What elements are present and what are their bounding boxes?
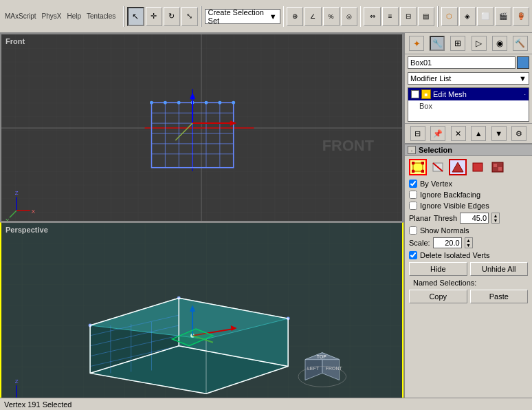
menu-help[interactable]: Help bbox=[65, 12, 83, 20]
polygon-sel-icon bbox=[471, 161, 485, 173]
scale-row: Scale: ▲ ▼ bbox=[405, 236, 532, 250]
svg-rect-86 bbox=[494, 164, 497, 167]
polygon-sel-btn[interactable] bbox=[469, 159, 487, 175]
menu-tentacles[interactable]: Tentacles bbox=[85, 12, 118, 20]
scale-input[interactable] bbox=[433, 237, 462, 248]
thresh-spin-down[interactable]: ▼ bbox=[492, 218, 499, 223]
render3-btn[interactable]: ⬜ bbox=[477, 7, 494, 26]
move-btn[interactable]: ✛ bbox=[146, 7, 162, 26]
funnel-icon: ⊟ bbox=[414, 129, 421, 138]
planar-thresh-row: Planar Thresh ▲ ▼ bbox=[405, 211, 532, 225]
modifier-funnel-btn[interactable]: ⊟ bbox=[410, 126, 425, 141]
align2-icon: ⊟ bbox=[406, 12, 411, 20]
select-btn[interactable]: ↖ bbox=[127, 7, 144, 26]
modifier-color-icon: ■ bbox=[421, 89, 431, 99]
modifier-move-down-btn[interactable]: ▼ bbox=[491, 126, 507, 141]
modifier-eye-icon[interactable] bbox=[411, 90, 419, 98]
menu-physx[interactable]: PhysX bbox=[40, 12, 64, 20]
selection-section-header: - Selection bbox=[405, 144, 532, 156]
dropdown-arrow-icon: ▼ bbox=[269, 12, 277, 21]
svg-rect-76 bbox=[413, 163, 423, 171]
align2-btn[interactable]: ⊟ bbox=[400, 7, 417, 26]
selection-panel: - Selection bbox=[405, 143, 532, 410]
perspective-viewport[interactable]: Perspective bbox=[0, 222, 403, 411]
paste-button[interactable]: Paste bbox=[470, 290, 529, 303]
object-name-row bbox=[405, 54, 532, 71]
render2-btn[interactable]: ◈ bbox=[459, 7, 476, 26]
viewports-container: Front bbox=[0, 33, 403, 410]
planar-thresh-label: Planar bbox=[409, 214, 431, 222]
modifier-list-label: Modifier List bbox=[410, 74, 451, 83]
align-btn[interactable]: ≡ bbox=[382, 7, 399, 26]
show-normals-label: Show Normals bbox=[420, 226, 469, 235]
modifier-edit-mesh-label: Edit Mesh bbox=[433, 90, 467, 98]
pin-icon: 📌 bbox=[433, 129, 443, 138]
spinner-snap-btn[interactable]: ◎ bbox=[341, 7, 357, 26]
render5-icon: 🏺 bbox=[517, 12, 525, 20]
modifier-pin-btn[interactable]: 📌 bbox=[430, 126, 445, 141]
mirror-btn[interactable]: ⇔ bbox=[364, 7, 380, 26]
by-vertex-label: By Vertex bbox=[420, 180, 452, 188]
create-selection-set-dropdown[interactable]: Create Selection Set ▼ bbox=[205, 9, 280, 24]
object-name-input[interactable] bbox=[408, 56, 516, 69]
scale-btn[interactable]: ⤡ bbox=[181, 7, 198, 26]
modify-panel-btn[interactable]: 🔧 bbox=[430, 36, 445, 51]
modifier-list-row: Modifier List ▼ bbox=[405, 71, 532, 86]
motion-panel-btn[interactable]: ▷ bbox=[472, 36, 487, 51]
move-up-icon: ▲ bbox=[475, 129, 483, 138]
hide-unhide-row: Hide Unhide All bbox=[405, 261, 532, 277]
vertex-sel-btn[interactable] bbox=[409, 159, 427, 175]
thresh-input[interactable] bbox=[460, 213, 489, 224]
snap-btn[interactable]: ⊕ bbox=[287, 7, 303, 26]
modifier-edit-mesh[interactable]: ■ Edit Mesh · bbox=[408, 88, 529, 100]
render4-icon: 🎬 bbox=[499, 12, 507, 20]
create-panel-btn[interactable]: ✦ bbox=[409, 36, 424, 51]
modifier-delete-btn[interactable]: ✕ bbox=[451, 126, 466, 141]
delete-isolated-checkbox[interactable] bbox=[409, 251, 417, 259]
thresh-spinner[interactable]: ▲ ▼ bbox=[491, 213, 500, 224]
front-viewport-label: Front bbox=[5, 37, 25, 45]
front-viewport-canvas: FRONT Z X Y bbox=[1, 34, 402, 222]
display-panel-btn[interactable]: ◉ bbox=[492, 36, 507, 51]
ignore-visible-edges-checkbox[interactable] bbox=[409, 202, 417, 210]
unhide-all-button[interactable]: Unhide All bbox=[470, 262, 529, 276]
layer-btn[interactable]: ▤ bbox=[418, 7, 434, 26]
modifier-box[interactable]: Box bbox=[408, 100, 529, 111]
modifier-list-dropdown[interactable]: Modifier List ▼ bbox=[408, 72, 529, 85]
render4-btn[interactable]: 🎬 bbox=[495, 7, 511, 26]
render5-btn[interactable]: 🏺 bbox=[513, 7, 529, 26]
scale-spin-up[interactable]: ▲ bbox=[465, 238, 472, 243]
edge-sel-btn[interactable] bbox=[429, 159, 447, 175]
ignore-backfacing-checkbox[interactable] bbox=[409, 191, 417, 199]
perspective-viewport-label: Perspective bbox=[5, 226, 48, 234]
menu-maxscript[interactable]: MAxScript bbox=[3, 12, 38, 20]
utilities-panel-btn[interactable]: 🔨 bbox=[513, 36, 528, 51]
by-vertex-checkbox[interactable] bbox=[409, 180, 417, 188]
svg-point-18 bbox=[164, 101, 167, 105]
toolbar-sep3 bbox=[283, 6, 285, 27]
render1-btn[interactable]: ⬡ bbox=[441, 7, 458, 26]
element-sel-icon bbox=[491, 161, 505, 173]
hide-button[interactable]: Hide bbox=[409, 262, 467, 276]
thresh-spin-up[interactable]: ▲ bbox=[492, 213, 499, 218]
face-sel-btn[interactable] bbox=[449, 159, 467, 175]
toolbar-sep5 bbox=[437, 6, 439, 27]
percent-snap-btn[interactable]: % bbox=[323, 7, 340, 26]
modifier-configure-btn[interactable]: ⚙ bbox=[511, 126, 527, 141]
percent-snap-icon: % bbox=[329, 13, 334, 20]
hierarchy-panel-btn[interactable]: ⊞ bbox=[450, 36, 465, 51]
selection-collapse-btn[interactable]: - bbox=[408, 146, 416, 154]
delete-modifier-icon: ✕ bbox=[455, 129, 461, 138]
object-color-swatch[interactable] bbox=[517, 56, 529, 69]
front-viewport[interactable]: Front bbox=[0, 33, 403, 222]
modifier-move-up-btn[interactable]: ▲ bbox=[471, 126, 486, 141]
copy-button[interactable]: Copy bbox=[409, 290, 467, 303]
show-normals-checkbox[interactable] bbox=[409, 226, 417, 235]
scale-spinner[interactable]: ▲ ▼ bbox=[465, 237, 473, 248]
configure-icon: ⚙ bbox=[516, 129, 522, 138]
angle-snap-btn[interactable]: ∠ bbox=[304, 7, 321, 26]
element-sel-btn[interactable] bbox=[489, 159, 507, 175]
create-icon: ✦ bbox=[413, 39, 421, 49]
rotate-btn[interactable]: ↻ bbox=[164, 7, 180, 26]
scale-spin-down[interactable]: ▼ bbox=[465, 243, 472, 248]
